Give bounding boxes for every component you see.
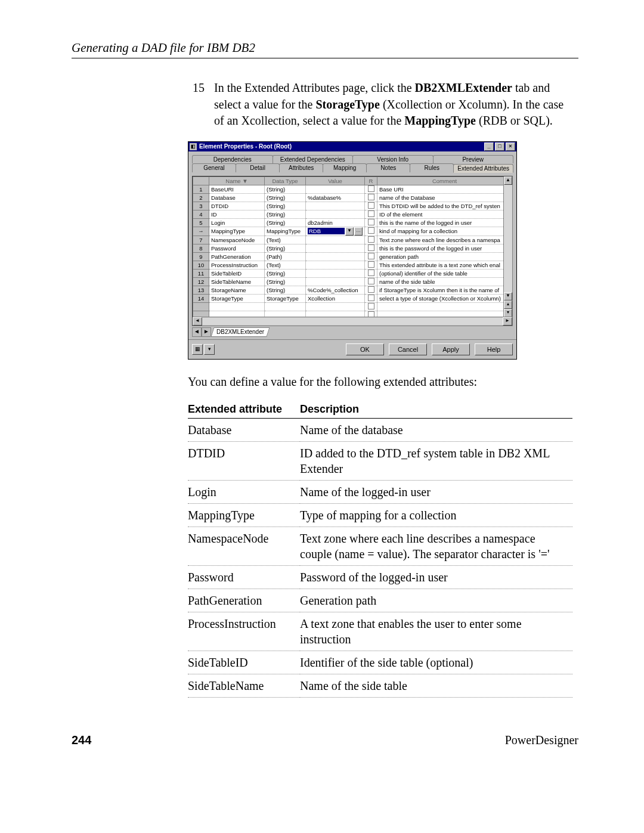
scroll-bottom-icon[interactable]: ▾ (504, 309, 512, 317)
r-cell[interactable] (365, 227, 377, 236)
name-cell[interactable]: Database (209, 193, 265, 202)
table-row[interactable]: 12SideTableName(String)name of the side … (193, 277, 512, 286)
comment-cell[interactable]: select a type of storage (Xcollection or… (377, 294, 512, 302)
row-number-cell[interactable]: → (193, 227, 209, 236)
tab-dependencies[interactable]: Dependencies (192, 155, 273, 163)
comment-cell[interactable]: name of the side table (377, 277, 512, 286)
datatype-cell[interactable]: (String) (265, 193, 306, 202)
table-row[interactable]: 8Password(String)this is the password of… (193, 244, 512, 252)
tab-preview[interactable]: Preview (433, 155, 514, 163)
comment-cell[interactable]: ID of the element (377, 210, 512, 218)
name-cell[interactable]: ID (209, 210, 265, 218)
sheet-nav-prev[interactable]: ◄ (192, 327, 202, 337)
col-value[interactable]: Value (306, 176, 365, 185)
vertical-scrollbar[interactable]: ▲ ▼ ▴ ▾ (503, 176, 512, 317)
horizontal-scrollbar[interactable]: ◄ ► (193, 317, 512, 326)
checkbox[interactable] (368, 194, 374, 200)
name-cell[interactable]: SideTableName (209, 277, 265, 286)
row-number-cell[interactable]: 13 (193, 286, 209, 294)
table-row[interactable]: →MappingTypeMappingTypeRDB▼…kind of mapp… (193, 227, 512, 236)
row-number-cell[interactable]: 10 (193, 261, 209, 269)
table-row[interactable]: 14StorageTypeStorageTypeXcollectionselec… (193, 294, 512, 302)
value-cell[interactable] (306, 202, 365, 210)
checkbox[interactable] (368, 210, 374, 217)
scroll-up-icon[interactable]: ▲ (504, 176, 512, 185)
ok-button[interactable]: OK (346, 343, 384, 355)
row-number-cell[interactable]: 9 (193, 252, 209, 261)
r-cell[interactable] (365, 277, 377, 286)
name-cell[interactable]: DTDID (209, 202, 265, 210)
scroll-top-icon[interactable]: ▴ (504, 301, 512, 309)
sheet-nav-next[interactable]: ► (202, 327, 211, 337)
value-cell[interactable] (306, 269, 365, 277)
r-cell[interactable] (365, 210, 377, 218)
datatype-cell[interactable]: (String) (265, 244, 306, 252)
name-cell[interactable]: BaseURI (209, 185, 265, 193)
name-cell[interactable]: StorageType (209, 294, 265, 302)
row-number-cell[interactable]: 3 (193, 202, 209, 210)
comment-cell[interactable]: (optional) identifier of the side table (377, 269, 512, 277)
apply-button[interactable]: Apply (432, 343, 470, 355)
r-cell[interactable] (365, 244, 377, 252)
row-number-cell[interactable]: 11 (193, 269, 209, 277)
tab-extended-attributes[interactable]: Extended Attributes (453, 164, 513, 173)
checkbox[interactable] (368, 185, 374, 192)
col-name[interactable]: Name ▼ (209, 176, 265, 185)
row-number-cell[interactable]: 12 (193, 277, 209, 286)
table-row[interactable]: 10ProcessInstruction(Text)This extended … (193, 261, 512, 269)
r-cell[interactable] (365, 261, 377, 269)
r-cell[interactable] (365, 269, 377, 277)
value-cell[interactable]: %database% (306, 193, 365, 202)
table-row[interactable]: 5Login(String)db2adminthis is the name o… (193, 218, 512, 227)
checkbox[interactable] (368, 244, 374, 251)
datatype-cell[interactable]: (String) (265, 269, 306, 277)
scroll-right-icon[interactable]: ► (503, 317, 512, 326)
r-cell[interactable] (365, 185, 377, 193)
name-cell[interactable]: Password (209, 244, 265, 252)
datatype-cell[interactable]: (String) (265, 202, 306, 210)
value-cell[interactable] (306, 244, 365, 252)
system-menu-icon[interactable]: ◧ (190, 143, 197, 150)
value-cell[interactable] (306, 261, 365, 269)
more-icon[interactable]: ▦ (192, 344, 203, 355)
close-button[interactable]: × (506, 143, 515, 151)
name-cell[interactable]: StorageName (209, 286, 265, 294)
r-cell[interactable] (365, 286, 377, 294)
value-cell[interactable]: RDB▼… (306, 227, 365, 236)
menu-arrow-icon[interactable]: ▾ (204, 344, 215, 355)
datatype-cell[interactable]: MappingType (265, 227, 306, 236)
comment-cell[interactable]: This DTDID will be added to the DTD_ref … (377, 202, 512, 210)
table-row[interactable]: 7NamespaceNode(Text)Text zone where each… (193, 236, 512, 244)
tab-extended-dependencies[interactable]: Extended Dependencies (273, 155, 354, 163)
datatype-cell[interactable]: (String) (265, 210, 306, 218)
value-cell[interactable] (306, 236, 365, 244)
value-cell[interactable] (306, 252, 365, 261)
tab-detail[interactable]: Detail (236, 163, 280, 172)
sort-arrow-icon[interactable]: ▼ (242, 178, 247, 184)
comment-cell[interactable]: name of the Database (377, 193, 512, 202)
row-number-cell[interactable]: 5 (193, 218, 209, 227)
tab-rules[interactable]: Rules (410, 163, 454, 172)
comment-cell[interactable]: Text zone where each line describes a na… (377, 236, 512, 244)
maximize-button[interactable]: □ (495, 143, 504, 151)
ellipsis-button[interactable]: … (354, 227, 363, 236)
value-cell[interactable] (306, 210, 365, 218)
datatype-cell[interactable]: (String) (265, 277, 306, 286)
name-cell[interactable]: MappingType (209, 227, 265, 236)
table-row[interactable]: 11SideTableID(String)(optional) identifi… (193, 269, 512, 277)
name-cell[interactable]: PathGeneration (209, 252, 265, 261)
table-row[interactable]: 4ID(String)ID of the element (193, 210, 512, 218)
col-datatype[interactable]: Data Type (265, 176, 306, 185)
checkbox[interactable] (368, 261, 374, 268)
col-rownum[interactable] (193, 176, 209, 185)
name-cell[interactable]: SideTableID (209, 269, 265, 277)
comment-cell[interactable]: this is the name of the logged in user (377, 218, 512, 227)
table-row[interactable]: 9PathGeneration(Path)generation path (193, 252, 512, 261)
r-cell[interactable] (365, 252, 377, 261)
row-number-cell[interactable]: 2 (193, 193, 209, 202)
tab-version-info[interactable]: Version Info (352, 155, 434, 163)
datatype-cell[interactable]: (String) (265, 218, 306, 227)
value-cell[interactable]: %Code%_collection (306, 286, 365, 294)
tab-general[interactable]: General (192, 163, 236, 172)
name-cell[interactable]: NamespaceNode (209, 236, 265, 244)
